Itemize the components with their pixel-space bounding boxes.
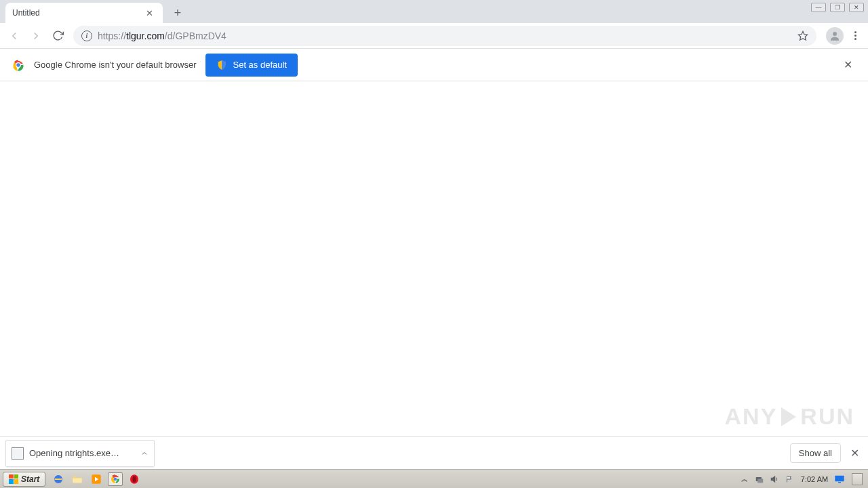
file-icon	[12, 447, 24, 460]
chevron-up-icon[interactable]	[140, 449, 149, 458]
download-filename: Opening ntrights.exe…	[29, 448, 119, 458]
chrome-menu-button[interactable]	[846, 27, 864, 45]
taskbar-clock[interactable]: 7:02 AM	[799, 475, 830, 483]
maximize-button[interactable]: ❐	[830, 3, 845, 12]
forward-button[interactable]	[26, 26, 46, 46]
show-desktop-button[interactable]	[852, 473, 863, 485]
site-info-icon[interactable]: i	[81, 30, 92, 41]
taskbar-opera-icon[interactable]	[127, 472, 142, 486]
bookmark-star-icon[interactable]	[797, 30, 808, 41]
watermark: ANY RUN	[725, 403, 854, 430]
taskbar: Start ︽	[0, 469, 868, 488]
svg-rect-14	[835, 475, 844, 481]
default-browser-infobar: Google Chrome isn't your default browser…	[0, 49, 868, 81]
address-bar[interactable]: i https://tlgur.com/d/GPBmzDV4	[73, 26, 816, 46]
taskbar-chrome-icon[interactable]	[108, 472, 123, 486]
svg-point-11	[133, 476, 136, 482]
show-all-downloads-button[interactable]: Show all	[790, 443, 841, 463]
svg-point-3	[17, 63, 20, 66]
browser-tab[interactable]: Untitled ✕	[5, 3, 163, 23]
set-default-button[interactable]: Set as default	[205, 54, 298, 77]
infobar-close-icon[interactable]: ✕	[840, 57, 856, 73]
tab-strip: Untitled ✕ + — ❐ ✕	[0, 0, 868, 23]
start-button[interactable]: Start	[3, 472, 45, 487]
start-label: Start	[21, 474, 39, 484]
window-controls: — ❐ ✕	[811, 3, 864, 12]
url-text: https://tlgur.com/d/GPBmzDV4	[98, 30, 792, 41]
tab-close-icon[interactable]: ✕	[143, 7, 156, 20]
svg-rect-13	[757, 479, 763, 483]
shield-icon	[216, 60, 227, 70]
tray-monitor-icon[interactable]	[834, 474, 845, 485]
taskbar-explorer-icon[interactable]	[70, 472, 85, 486]
svg-marker-0	[798, 31, 807, 40]
toolbar: i https://tlgur.com/d/GPBmzDV4	[0, 23, 868, 49]
page-content: ANY RUN	[0, 81, 868, 436]
system-tray: ︽ 7:02 AM	[739, 473, 865, 485]
taskbar-media-icon[interactable]	[89, 472, 104, 486]
download-shelf-close-icon[interactable]: ✕	[846, 445, 863, 462]
reload-button[interactable]	[47, 26, 68, 46]
tray-network-icon[interactable]	[754, 474, 765, 485]
new-tab-button[interactable]: +	[168, 3, 187, 22]
tray-volume-icon[interactable]	[769, 474, 780, 485]
svg-rect-15	[838, 482, 841, 483]
windows-logo-icon	[9, 474, 18, 484]
close-window-button[interactable]: ✕	[849, 3, 864, 12]
chrome-logo-icon	[12, 59, 24, 71]
svg-point-9	[114, 477, 117, 481]
taskbar-ie-icon[interactable]	[51, 472, 66, 486]
infobar-message: Google Chrome isn't your default browser	[34, 60, 196, 70]
profile-avatar[interactable]	[826, 27, 844, 45]
minimize-button[interactable]: —	[811, 3, 826, 12]
tray-overflow-icon[interactable]: ︽	[739, 474, 750, 485]
back-button[interactable]	[4, 26, 24, 46]
download-item[interactable]: Opening ntrights.exe…	[5, 440, 155, 467]
tab-title: Untitled	[12, 8, 143, 18]
svg-point-1	[833, 32, 837, 36]
download-shelf: Opening ntrights.exe… Show all ✕	[0, 436, 868, 469]
tray-flag-icon[interactable]	[784, 474, 795, 485]
play-icon	[781, 407, 796, 426]
set-default-label: Set as default	[233, 60, 287, 70]
